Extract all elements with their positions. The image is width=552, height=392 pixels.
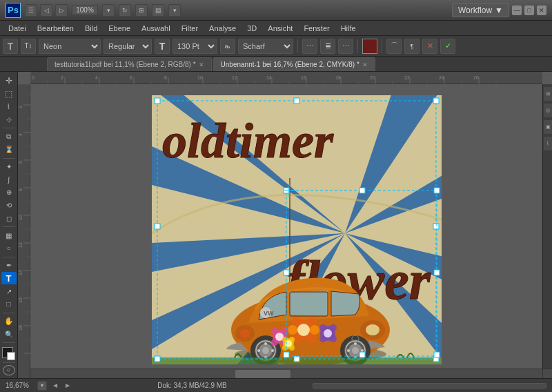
align-left-btn[interactable]: ⋯ [302,39,317,54]
align-center-btn[interactable]: ≣ [320,39,335,54]
svg-rect-161 [284,270,289,275]
close-button[interactable]: ✕ [537,6,546,15]
workflow-button[interactable]: Workflow ▼ [452,3,509,17]
ps-forward-btn[interactable]: ▷ [55,4,68,17]
paths-panel-btn[interactable]: ⌇ [544,137,552,150]
foreground-background-colors[interactable] [2,347,16,358]
svg-text:18: 18 [18,325,23,331]
svg-text:8: 8 [164,75,167,80]
pen-tool[interactable]: ✒ [1,259,17,272]
svg-rect-154 [155,356,160,362]
titlebar-right: Workflow ▼ — □ ✕ [452,3,552,17]
extras-dropdown[interactable]: ▾ [168,4,181,17]
foreground-color[interactable] [2,347,13,358]
eyedropper-tool[interactable]: ⌛ [1,144,17,156]
path-select-tool[interactable]: ↗ [1,285,17,297]
status-progress-bar [313,383,546,389]
layers-panel-btn[interactable]: ⊞ [544,87,552,101]
ps-back-btn[interactable]: ◁ [40,4,52,17]
adjustment-panel-btn[interactable]: ◎ [544,104,552,117]
svg-rect-150 [294,98,299,104]
font-size-select[interactable]: 130 Pt [172,39,217,54]
spot-heal-tool[interactable]: ✦ [1,160,17,173]
menu-hilfe[interactable]: Hilfe [335,23,362,34]
lasso-tool[interactable]: ⌇ [1,101,17,113]
layout-btn[interactable]: ▤ [152,4,164,17]
tool-divider-2 [3,158,15,159]
nav-prev-btn[interactable]: ◀ [51,382,59,390]
restore-button[interactable]: □ [524,6,534,15]
tab-1-close[interactable]: ✕ [362,61,368,68]
titlebar-left: Ps ☰ ◁ ▷ 100% ▾ ↻ ⊞ ▤ ▾ [0,3,181,18]
quick-mask-btn[interactable]: ○ [3,365,15,375]
marquee-rect-tool[interactable]: ⬚ [1,88,17,100]
svg-text:10: 10 [18,215,23,220]
tab-0[interactable]: testtutoria1l.pdf bei 11,1% (Ebene 2, RG… [47,57,212,71]
gradient-tool[interactable]: ▦ [1,229,17,242]
menu-filter[interactable]: Filter [176,23,204,34]
svg-text:24: 24 [439,75,444,80]
svg-rect-164 [359,352,365,357]
dodge-tool[interactable]: ○ [1,242,17,255]
minimize-button[interactable]: — [512,6,522,15]
menu-bild[interactable]: Bild [79,23,103,34]
menu-ansicht[interactable]: Ansicht [262,23,298,34]
font-name-select[interactable]: Neon [39,39,101,54]
magic-wand-tool[interactable]: ⊹ [1,113,17,126]
horizontal-scroll-thumb[interactable] [235,370,290,378]
svg-rect-160 [434,188,440,193]
mask-panel-btn[interactable]: ▣ [544,120,552,134]
shape-tool[interactable]: □ [1,298,17,311]
horizontal-scrollbar[interactable] [30,369,542,378]
clone-tool[interactable]: ⊕ [1,186,17,199]
eraser-tool[interactable]: ◻ [1,213,17,225]
brush-tool[interactable]: ∫ [1,173,17,186]
status-dropdown[interactable]: ▾ [37,381,47,391]
tab-1-label: Unbenannt-1 bei 16,7% (Ebene 2, CMYK/8) … [221,61,359,68]
zoom-dropdown[interactable]: ▾ [102,4,115,17]
warp-text-btn[interactable]: ⌒ [386,39,402,54]
tool-divider-7 [3,362,15,363]
nav-next-btn[interactable]: ▶ [63,382,72,390]
divider2 [357,39,358,53]
hand-tool[interactable]: ✋ [1,315,17,328]
align-right-btn[interactable]: ⋯ [338,39,353,54]
status-zoom: 16,67% [6,382,33,389]
menu-datei[interactable]: Datei [3,23,32,34]
menu-ebene[interactable]: Ebene [103,23,136,34]
menu-3d[interactable]: 3D [241,23,262,34]
svg-text:14: 14 [266,75,272,80]
zoom-tool[interactable]: 🔍 [1,328,17,340]
tab-1[interactable]: Unbenannt-1 bei 16,7% (Ebene 2, CMYK/8) … [213,57,375,71]
menu-bearbeiten[interactable]: Bearbeiten [32,23,79,34]
type-tool-icon[interactable]: T [3,39,18,54]
svg-text:16: 16 [18,297,23,303]
view-btn[interactable]: ⊞ [135,4,148,17]
right-panels-strip: ⊞ ◎ ▣ ⌇ [542,84,552,369]
type-tool[interactable]: T [1,272,17,284]
svg-text:6: 6 [130,75,132,80]
ps-menu-btn[interactable]: ☰ [25,4,37,17]
svg-rect-149 [155,98,160,104]
rotate-icon[interactable]: ↻ [119,4,131,17]
anti-alias-select[interactable]: Scharf [238,39,293,54]
cancel-edit-btn[interactable]: ✕ [422,39,437,54]
character-panel-btn[interactable]: ¶ [404,39,420,54]
canvas-wrapper[interactable]: oldtimer flower [30,84,542,369]
ps-logo: Ps [6,3,21,18]
menu-auswahl[interactable]: Auswahl [136,23,176,34]
history-brush-tool[interactable]: ⟲ [1,199,17,212]
commit-edit-btn[interactable]: ✓ [440,39,455,54]
zoom-level[interactable]: 100% [72,5,98,15]
menu-fenster[interactable]: Fenster [298,23,335,34]
text-color-swatch[interactable] [362,39,377,54]
font-style-select[interactable]: Regular [103,39,152,54]
tab-0-close[interactable]: ✕ [199,61,204,68]
svg-rect-159 [359,188,365,193]
menu-analyse[interactable]: Analyse [204,23,241,34]
crop-tool[interactable]: ⧉ [1,130,17,143]
background-color[interactable] [7,352,15,360]
text-orientation-btn[interactable]: T↕ [21,39,36,54]
svg-rect-162 [434,270,440,275]
move-tool[interactable]: ✛ [1,75,17,87]
